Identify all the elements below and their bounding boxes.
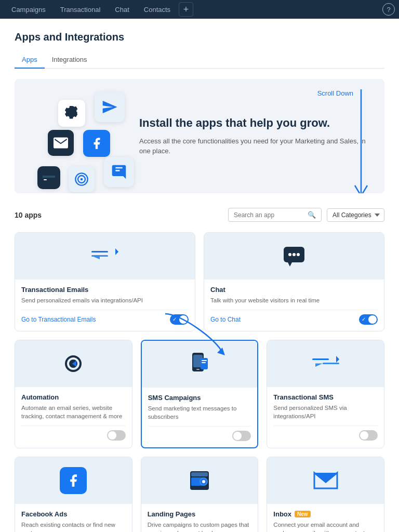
scroll-down-arrow bbox=[353, 89, 369, 193]
app-icon-area-trans-sms bbox=[267, 340, 384, 387]
app-card-body-facebook: Facebook Ads Reach existing contacts or … bbox=[15, 504, 132, 532]
tabs-container: Apps Integrations bbox=[15, 51, 384, 69]
app-title-sms: SMS Campaigns bbox=[148, 394, 251, 402]
app-card-transactional-sms: Transactional SMS Send personalized SMS … bbox=[267, 340, 384, 448]
nav-chat[interactable]: Chat bbox=[108, 0, 136, 19]
facebook-icon-block bbox=[83, 130, 110, 157]
toggle-check-chat: ✓ bbox=[362, 316, 366, 322]
svg-rect-2 bbox=[44, 179, 47, 180]
toggle-knob-trans-sms bbox=[360, 431, 368, 440]
app-icon-area-chat bbox=[204, 233, 384, 280]
svg-rect-21 bbox=[196, 369, 200, 370]
svg-point-15 bbox=[297, 253, 300, 256]
app-desc-facebook: Reach existing contacts or find new cust… bbox=[21, 521, 126, 532]
add-nav-button[interactable]: + bbox=[179, 2, 193, 17]
svg-rect-7 bbox=[91, 251, 108, 252]
app-card-inbox: Inbox New Connect your email account and… bbox=[267, 457, 384, 532]
tab-apps[interactable]: Apps bbox=[15, 51, 45, 69]
search-input[interactable] bbox=[234, 211, 308, 219]
app-card-body-automation: Automation Automate an email series, web… bbox=[15, 387, 132, 447]
svg-marker-26 bbox=[329, 356, 339, 363]
toggle-knob-chat bbox=[368, 315, 377, 324]
svg-marker-28 bbox=[315, 364, 323, 367]
app-footer-trans-sms bbox=[273, 425, 378, 441]
svg-marker-35 bbox=[314, 473, 337, 482]
search-icon: 🔍 bbox=[308, 211, 316, 219]
app-desc-trans-sms: Send personalized SMS via integrations/A… bbox=[273, 404, 378, 420]
page-title: Apps and Integrations bbox=[15, 31, 384, 43]
svg-marker-8 bbox=[108, 248, 118, 255]
app-icon-area-automation bbox=[15, 340, 132, 387]
app-desc-chat: Talk with your website visitors in real … bbox=[210, 296, 378, 304]
chat-bubble-icon-block bbox=[104, 157, 134, 187]
app-icon-area-landing bbox=[141, 457, 258, 504]
app-title-landing: Landing Pages bbox=[148, 510, 252, 518]
app-desc-landing: Drive campaigns to custom pages that acq… bbox=[148, 521, 252, 532]
svg-rect-1 bbox=[43, 176, 55, 178]
app-footer-chat: Go to Chat ✓ bbox=[210, 310, 378, 325]
help-button[interactable]: ? bbox=[382, 3, 395, 16]
svg-marker-16 bbox=[288, 262, 292, 267]
app-desc-inbox: Connect your email account and exchange … bbox=[273, 521, 378, 532]
svg-rect-27 bbox=[323, 363, 339, 364]
app-title-automation: Automation bbox=[21, 393, 126, 401]
email-icon-block bbox=[48, 130, 74, 156]
toggle-knob-sms bbox=[233, 432, 242, 440]
app-title-trans-sms: Transactional SMS bbox=[273, 393, 378, 401]
new-badge-inbox: New bbox=[295, 511, 311, 517]
toggle-sms[interactable] bbox=[232, 431, 251, 441]
nav-contacts[interactable]: Contacts bbox=[137, 0, 178, 19]
target-icon-block bbox=[69, 166, 95, 192]
tab-integrations[interactable]: Integrations bbox=[45, 51, 95, 69]
app-title-chat: Chat bbox=[210, 286, 378, 294]
apps-count: 10 apps bbox=[15, 211, 228, 219]
hero-title: Install the apps that help you grow. bbox=[139, 116, 372, 131]
app-desc-sms: Send marketing text messages to subscrib… bbox=[148, 404, 251, 421]
app-card-landing-pages: Landing Pages Drive campaigns to custom … bbox=[141, 457, 259, 532]
hero-text-area: Install the apps that help you grow. Acc… bbox=[131, 116, 372, 156]
app-card-body-sms: SMS Campaigns Send marketing text messag… bbox=[142, 388, 258, 447]
toggle-chat[interactable]: ✓ bbox=[359, 314, 378, 325]
app-footer-automation bbox=[21, 425, 126, 441]
toggle-automation[interactable] bbox=[107, 430, 126, 441]
toggle-knob-automation bbox=[108, 431, 116, 440]
app-title-inbox: Inbox New bbox=[273, 510, 378, 518]
nav-campaigns[interactable]: Campaigns bbox=[4, 0, 53, 19]
scroll-down-label: Scroll Down bbox=[317, 89, 353, 97]
svg-rect-11 bbox=[100, 255, 108, 257]
svg-point-33 bbox=[202, 480, 205, 483]
app-card-body-landing: Landing Pages Drive campaigns to custom … bbox=[141, 504, 258, 532]
hero-icons-area bbox=[27, 89, 131, 183]
svg-point-13 bbox=[288, 253, 291, 256]
app-link-transactional[interactable]: Go to Transactional Emails bbox=[21, 316, 96, 323]
nav-transactional[interactable]: Transactional bbox=[53, 0, 108, 19]
svg-rect-24 bbox=[202, 362, 206, 363]
apps-header: 10 apps 🔍 All Categories bbox=[15, 208, 384, 222]
svg-point-5 bbox=[81, 178, 83, 181]
toggle-trans-sms[interactable] bbox=[359, 430, 378, 441]
card-icon-block bbox=[37, 166, 60, 189]
paper-plane-icon-block bbox=[95, 92, 125, 122]
gear-icon-block bbox=[58, 100, 85, 127]
hero-subtitle: Access all the core functionalities you … bbox=[139, 136, 372, 156]
app-icon-area-inbox bbox=[267, 457, 384, 504]
app-desc-transactional: Send personalized emails via integration… bbox=[21, 296, 189, 304]
app-icon-area-transactional bbox=[15, 233, 195, 280]
facebook-icon bbox=[60, 467, 87, 494]
apps-row-3: Facebook Ads Reach existing contacts or … bbox=[15, 457, 384, 532]
app-icon-area-facebook bbox=[15, 457, 132, 504]
app-title-transactional: Transactional Emails bbox=[21, 286, 189, 294]
search-box[interactable]: 🔍 bbox=[228, 208, 322, 222]
page-content: Apps and Integrations Apps Integrations bbox=[0, 19, 399, 532]
app-card-automation: Automation Automate an email series, web… bbox=[15, 340, 132, 448]
top-navigation: Campaigns Transactional Chat Contacts + … bbox=[0, 0, 399, 19]
app-card-facebook: Facebook Ads Reach existing contacts or … bbox=[15, 457, 132, 532]
svg-rect-30 bbox=[191, 472, 208, 476]
app-footer-sms bbox=[148, 426, 251, 441]
app-desc-automation: Automate an email series, website tracki… bbox=[21, 404, 126, 420]
svg-point-14 bbox=[292, 253, 296, 256]
category-select[interactable]: All Categories bbox=[327, 208, 384, 222]
app-card-body-trans-sms: Transactional SMS Send personalized SMS … bbox=[267, 387, 384, 447]
app-title-facebook: Facebook Ads bbox=[21, 510, 126, 518]
svg-rect-25 bbox=[312, 358, 329, 360]
